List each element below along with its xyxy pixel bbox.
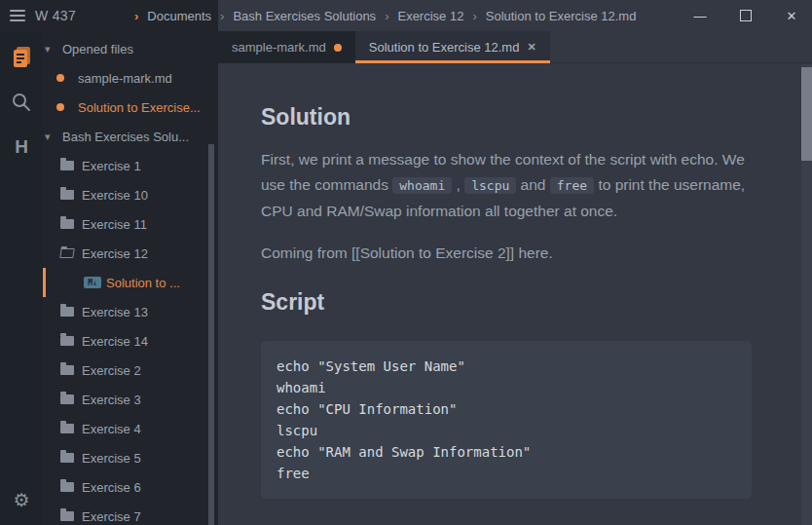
tab-label: sample-mark.md (232, 40, 326, 55)
markdown-file-icon: M↓ (84, 277, 101, 288)
chevron-right-icon: › (220, 9, 224, 23)
maximize-button[interactable] (740, 10, 752, 21)
inline-code: lscpu (464, 177, 516, 194)
breadcrumb-item[interactable]: Bash Exercises Solutions (233, 9, 376, 23)
tree-section-root-folder[interactable]: ▾ Bash Exercises Solu... (43, 122, 218, 151)
window-controls: — ✕ (693, 0, 798, 31)
code-line: lscpu (277, 420, 752, 441)
tab-solution-exercise-12[interactable]: Solution to Exercise 12.md ✕ (355, 31, 550, 63)
sidebar-scrollbar[interactable] (208, 144, 214, 525)
code-block[interactable]: echo "System User Name" whoami echo "CPU… (261, 341, 752, 499)
folder-icon (60, 453, 74, 463)
window-title: W 437 (35, 8, 76, 23)
folder-icon (60, 307, 74, 317)
breadcrumb: › Documents › Bash Exercises Solutions ›… (134, 0, 636, 31)
code-line: echo "CPU Information" (277, 398, 752, 420)
chevron-down-icon[interactable]: ▾ (45, 131, 60, 143)
title-bar: W 437 › Documents › Bash Exercises Solut… (0, 0, 812, 31)
tree-folder-expanded[interactable]: Exercise 12 (43, 239, 218, 268)
breadcrumb-lead-icon: › (134, 9, 138, 23)
markdown-preview[interactable]: Solution First, we print a message to sh… (218, 63, 812, 525)
minimize-button[interactable]: — (693, 10, 707, 22)
folder-icon (60, 482, 74, 492)
breadcrumb-item[interactable]: Solution to Exercise 12.md (486, 9, 637, 23)
doc-paragraph-wikilink: Coming from [[Solution to Exercise 2]] h… (261, 241, 756, 266)
folder-icon (60, 190, 74, 200)
opened-file-item[interactable]: sample-mark.md (43, 63, 218, 93)
chevron-right-icon: › (472, 9, 476, 23)
doc-heading-solution: Solution (261, 104, 812, 131)
tree-folder[interactable]: Exercise 14 (43, 326, 218, 356)
tree-section-opened-files[interactable]: ▾ Opened files (43, 34, 218, 63)
chevron-right-icon: › (385, 9, 388, 23)
modified-dot-icon (334, 44, 342, 52)
inline-code: free (550, 177, 594, 194)
editor-scrollbar-track[interactable] (801, 64, 812, 525)
opened-file-item-active[interactable]: Solution to Exercise... (43, 93, 218, 122)
tab-bar: sample-mark.md Solution to Exercise 12.m… (218, 31, 812, 63)
code-line: free (277, 463, 752, 484)
selection-indicator-bar (43, 268, 46, 297)
breadcrumb-item[interactable]: Exercise 12 (397, 9, 463, 23)
headings-outline-icon[interactable]: H (0, 136, 43, 158)
tree-folder[interactable]: Exercise 7 (43, 502, 218, 525)
chevron-down-icon[interactable]: ▾ (45, 43, 60, 56)
tree-folder[interactable]: Exercise 13 (43, 297, 218, 326)
app-window: W 437 › Documents › Bash Exercises Solut… (0, 0, 812, 525)
folder-icon (60, 336, 74, 346)
tree-folder[interactable]: Exercise 3 (43, 385, 218, 414)
tree-folder[interactable]: Exercise 6 (43, 472, 218, 502)
folder-icon (60, 365, 74, 375)
doc-heading-script: Script (261, 289, 812, 316)
folder-icon (60, 394, 74, 404)
folder-icon (60, 511, 74, 521)
tree-folder[interactable]: Exercise 5 (43, 443, 218, 472)
code-line: echo "RAM and Swap Information" (277, 441, 752, 463)
close-window-button[interactable]: ✕ (785, 10, 798, 22)
code-line: echo "System User Name" (277, 356, 752, 377)
inline-code: whoami (392, 177, 452, 194)
tab-label: Solution to Exercise 12.md (369, 40, 520, 55)
tree-folder[interactable]: Exercise 4 (43, 414, 218, 443)
modified-dot-icon (56, 74, 64, 82)
search-icon[interactable] (0, 92, 43, 113)
folder-icon (60, 219, 74, 229)
files-icon[interactable] (0, 45, 43, 70)
gear-icon[interactable]: ⚙ (0, 489, 43, 511)
modified-dot-icon (56, 103, 64, 111)
breadcrumb-item[interactable]: Documents (147, 9, 211, 23)
tree-folder[interactable]: Exercise 1 (43, 151, 218, 180)
main-content: sample-mark.md Solution to Exercise 12.m… (218, 31, 812, 525)
tab-sample-mark[interactable]: sample-mark.md (218, 31, 355, 63)
folder-icon (60, 161, 74, 170)
tree-folder[interactable]: Exercise 10 (43, 180, 218, 209)
activity-bar: H ⚙ (0, 31, 43, 525)
tree-folder[interactable]: Exercise 11 (43, 209, 218, 239)
tree-file-selected[interactable]: M↓ Solution to ... (43, 268, 218, 297)
folder-open-icon (59, 248, 74, 258)
hamburger-menu-icon[interactable] (10, 10, 25, 21)
doc-paragraph: First, we print a message to show the co… (261, 147, 756, 224)
code-line: whoami (277, 377, 752, 398)
editor-scrollbar-thumb[interactable] (801, 67, 812, 161)
tree-folder[interactable]: Exercise 2 (43, 356, 218, 385)
sidebar: H ⚙ ▾ Opened files sample-mark.md Soluti… (0, 31, 218, 525)
folder-icon (60, 424, 74, 433)
close-tab-icon[interactable]: ✕ (527, 41, 535, 54)
file-tree: ▾ Opened files sample-mark.md Solution t… (43, 31, 218, 525)
